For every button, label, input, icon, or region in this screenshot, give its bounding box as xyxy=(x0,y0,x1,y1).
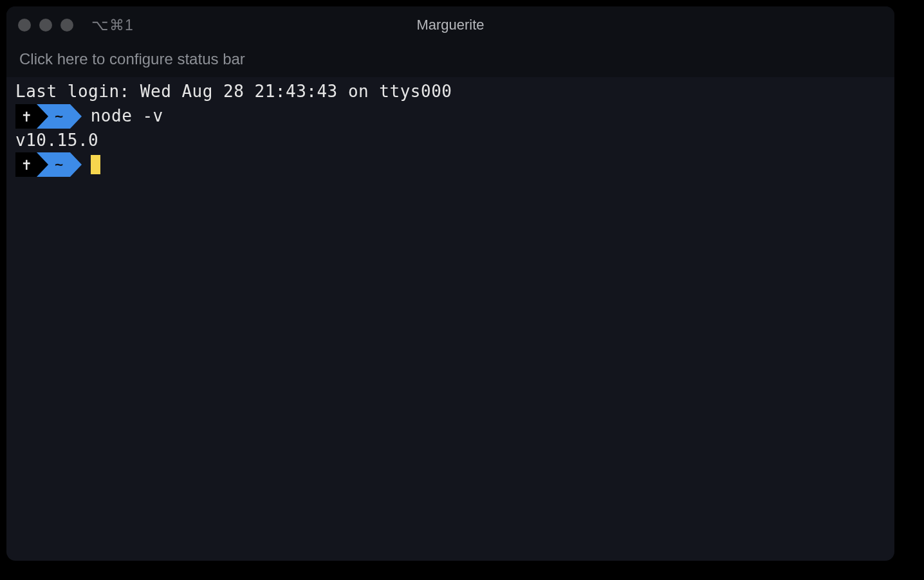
terminal-content[interactable]: Last login: Wed Aug 28 21:43:43 on ttys0… xyxy=(6,77,894,561)
terminal-window: ⌥⌘1 Marguerite Click here to configure s… xyxy=(6,6,894,561)
cross-icon: ✝ xyxy=(22,157,32,172)
last-login-line: Last login: Wed Aug 28 21:43:43 on ttys0… xyxy=(15,80,885,104)
path-text: ~ xyxy=(55,109,64,123)
close-button[interactable] xyxy=(18,19,31,32)
minimize-button[interactable] xyxy=(39,19,52,32)
path-text: ~ xyxy=(55,158,64,172)
traffic-lights xyxy=(18,19,73,32)
prompt-line-1: ✝ ~ node -v xyxy=(15,104,885,129)
cross-icon: ✝ xyxy=(22,109,32,124)
cursor xyxy=(91,155,100,174)
window-title: Marguerite xyxy=(416,17,484,33)
tab-shortcut: ⌥⌘1 xyxy=(91,17,134,34)
prompt-status-segment: ✝ xyxy=(15,104,37,129)
status-bar[interactable]: Click here to configure status bar xyxy=(6,44,894,77)
titlebar[interactable]: ⌥⌘1 Marguerite xyxy=(6,6,894,44)
prompt-status-segment: ✝ xyxy=(15,152,37,177)
prompt-line-2: ✝ ~ xyxy=(15,152,885,177)
command-text: node -v xyxy=(91,104,163,129)
maximize-button[interactable] xyxy=(60,19,73,32)
command-output: v10.15.0 xyxy=(15,129,885,153)
